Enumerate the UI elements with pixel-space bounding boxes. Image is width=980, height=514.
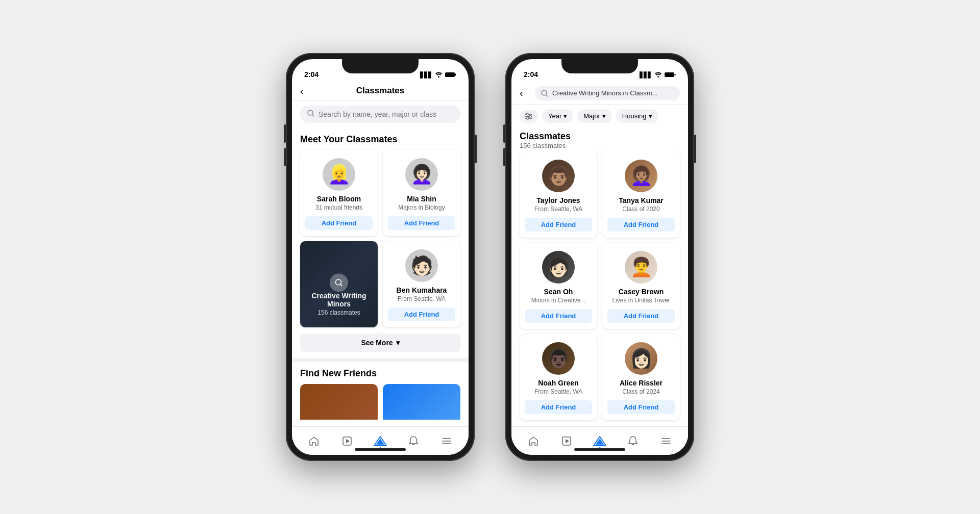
add-friend-button-mia[interactable]: Add Friend bbox=[388, 216, 455, 230]
home-icon bbox=[308, 435, 320, 447]
add-friend-button-sarah[interactable]: Add Friend bbox=[305, 216, 373, 230]
classmate-card-taylor: Taylor Jones From Seattle, WA Add Friend bbox=[520, 151, 597, 238]
watch-icon bbox=[561, 435, 572, 447]
signal-icon: ▋▋▋ bbox=[420, 72, 432, 79]
signal-icon: ▋▋▋ bbox=[640, 72, 652, 79]
classmates-section-title: Classmates bbox=[520, 131, 680, 142]
see-more-button[interactable]: See More ▾ bbox=[300, 333, 460, 352]
vol-up-button bbox=[284, 124, 286, 143]
classmate-card-sean: Sean Oh Minors in Creative... Add Friend bbox=[520, 243, 597, 329]
nav-watch-2[interactable] bbox=[556, 431, 577, 451]
filter-adjust-button[interactable] bbox=[520, 110, 538, 123]
svg-rect-1 bbox=[445, 72, 455, 77]
nav-menu[interactable] bbox=[436, 431, 457, 451]
bell-icon bbox=[627, 435, 639, 447]
group-count: 156 classmates bbox=[305, 309, 373, 316]
classmate-sub: From Seattle, WA bbox=[534, 388, 582, 395]
svg-point-0 bbox=[438, 76, 439, 78]
search-overlay-icon bbox=[330, 273, 348, 292]
svg-marker-26 bbox=[566, 439, 569, 443]
classmate-card-alice: Alice Rissler Class of 2024 Add Friend bbox=[602, 334, 680, 420]
svg-point-22 bbox=[526, 113, 528, 115]
filter-row: Year ▾ Major ▾ Housing ▾ bbox=[511, 105, 688, 127]
chevron-down-icon: ▾ bbox=[396, 339, 400, 347]
notch bbox=[342, 59, 419, 73]
classmates-count: 156 classmates bbox=[520, 142, 680, 149]
add-friend-button-ben[interactable]: Add Friend bbox=[388, 307, 455, 321]
menu-icon bbox=[441, 435, 452, 447]
see-more-label: See More bbox=[361, 339, 393, 347]
find-friends-title: Find New Friends bbox=[292, 362, 469, 384]
avatar-mia bbox=[405, 158, 438, 191]
status-icons: ▋▋▋ bbox=[420, 72, 456, 79]
avatar-sarah bbox=[323, 158, 355, 191]
svg-point-23 bbox=[529, 115, 531, 117]
add-friend-button-taylor[interactable]: Add Friend bbox=[525, 218, 592, 232]
filter-icon bbox=[525, 113, 533, 120]
groups-icon bbox=[593, 435, 607, 447]
classmate-card-ben: Ben Kumahara From Seattle, WA Add Friend bbox=[383, 241, 460, 327]
power-button bbox=[475, 135, 477, 163]
svg-line-4 bbox=[312, 115, 314, 116]
filter-housing[interactable]: Housing ▾ bbox=[616, 109, 658, 123]
search-query: Creative Writing Minors in Classm... bbox=[552, 89, 657, 97]
classmate-sub: 31 mutual friends bbox=[315, 204, 362, 211]
add-friend-button-tanya[interactable]: Add Friend bbox=[607, 218, 675, 232]
power-button bbox=[694, 135, 696, 163]
classmates-grid: Sarah Bloom 31 mutual friends Add Friend… bbox=[292, 150, 469, 327]
classmate-name: Ben Kumahara bbox=[397, 286, 447, 294]
classmates-grid-2: Taylor Jones From Seattle, WA Add Friend… bbox=[511, 151, 688, 420]
scroll-area-2: Taylor Jones From Seattle, WA Add Friend… bbox=[511, 151, 688, 426]
filter-major[interactable]: Major ▾ bbox=[577, 109, 612, 123]
add-friend-button-casey[interactable]: Add Friend bbox=[607, 309, 675, 323]
classmate-sub: Minors in Creative... bbox=[531, 297, 586, 304]
chevron-major-icon: ▾ bbox=[602, 112, 606, 120]
avatar-alice bbox=[625, 342, 657, 375]
battery-icon bbox=[445, 72, 456, 79]
filter-year[interactable]: Year ▾ bbox=[542, 109, 573, 123]
svg-line-18 bbox=[546, 95, 548, 96]
classmate-sub: Majors in Biology bbox=[398, 204, 445, 211]
home-bar-2 bbox=[574, 448, 625, 451]
filter-housing-label: Housing bbox=[622, 112, 647, 120]
chevron-year-icon: ▾ bbox=[564, 112, 567, 120]
classmates-header: Classmates 156 classmates bbox=[511, 127, 688, 151]
group-name: Creative Writing Minors bbox=[305, 292, 373, 308]
add-friend-button-noah[interactable]: Add Friend bbox=[525, 400, 592, 414]
group-card-creative-writing[interactable]: Creative Writing Minors 156 classmates bbox=[300, 241, 378, 327]
page-title: Classmates bbox=[356, 86, 405, 96]
section-divider bbox=[292, 358, 469, 362]
svg-marker-8 bbox=[346, 439, 350, 443]
nav-notifications[interactable] bbox=[403, 431, 424, 451]
avatar-noah bbox=[542, 342, 575, 375]
status-time: 2:04 bbox=[524, 70, 538, 79]
svg-line-6 bbox=[340, 284, 342, 286]
classmate-card-tanya: Tanya Kumar Class of 2020 Add Friend bbox=[602, 151, 680, 238]
nav-notifications-2[interactable] bbox=[623, 431, 643, 451]
svg-rect-15 bbox=[665, 72, 674, 77]
classmate-name: Noah Green bbox=[538, 379, 578, 387]
back-button[interactable]: ‹ bbox=[520, 87, 523, 99]
classmate-sub: From Seattle, WA bbox=[398, 295, 446, 302]
classmate-card-casey: Casey Brown Lives in Unitas Tower Add Fr… bbox=[602, 243, 680, 329]
bell-icon bbox=[408, 435, 419, 447]
nav-home[interactable] bbox=[304, 431, 324, 451]
back-button[interactable]: ‹ bbox=[300, 85, 304, 97]
search-input[interactable] bbox=[318, 110, 453, 118]
wifi-icon bbox=[654, 72, 662, 79]
search-bar[interactable] bbox=[300, 106, 460, 123]
vol-up-button bbox=[503, 124, 505, 143]
add-friend-button-sean[interactable]: Add Friend bbox=[525, 309, 592, 323]
add-friend-button-alice[interactable]: Add Friend bbox=[607, 400, 675, 414]
nav-menu-2[interactable] bbox=[656, 431, 676, 451]
nav-home-2[interactable] bbox=[523, 431, 544, 451]
svg-rect-16 bbox=[675, 74, 676, 76]
battery-icon bbox=[665, 72, 676, 79]
nav-watch[interactable] bbox=[337, 431, 357, 451]
classmate-name: Taylor Jones bbox=[536, 196, 580, 204]
home-bar bbox=[355, 448, 406, 451]
menu-icon bbox=[660, 435, 672, 447]
status-icons: ▋▋▋ bbox=[640, 72, 676, 79]
home-icon bbox=[528, 435, 539, 447]
classmate-card-sarah: Sarah Bloom 31 mutual friends Add Friend bbox=[300, 150, 378, 236]
